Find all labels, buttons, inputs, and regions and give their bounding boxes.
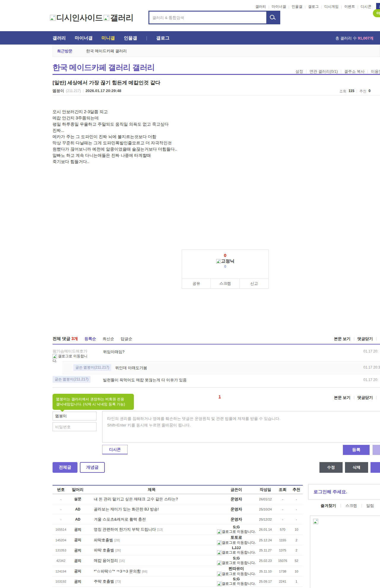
row-title[interactable]: 명칭 관련하여 한가지 부탁 드립니다[13] (86, 527, 217, 532)
row-date: 25/10/24 (256, 508, 275, 511)
row-title[interactable]: 파딱 호출벨[26] (86, 548, 217, 553)
row-title[interactable]: *"☆파딱☆"* ㅋ3ㅋ3 문의함[66] (86, 569, 217, 574)
row-title-text: 내 돈 관리 맡기고 싶은 재태크 고수 같은 스타는? (94, 497, 178, 501)
divider: | (340, 503, 341, 508)
table-row[interactable]: - 설문 내 돈 관리 맡기고 싶은 재태크 고수 같은 스타는? 운영자 26… (53, 494, 303, 504)
row-writer[interactable]: 찐따유미갤로그로 이동합니다. (217, 566, 256, 576)
night-mode-button[interactable]: 야간 모드 (373, 9, 380, 17)
comment-password-input[interactable] (53, 422, 96, 431)
search-button[interactable] (266, 12, 279, 23)
broken-image-icon (53, 354, 57, 359)
post-body-line: 원했다가 끊어보니까 예전에 알중이였을때 술끊는거보다 더힘들다.. (53, 146, 177, 152)
row-number: 165514 (53, 528, 69, 531)
recent-visit-bar: 최근방문 한국 메이드카페 갤러리 (53, 45, 380, 57)
search-bar (148, 11, 280, 24)
row-writer: 운영자 (217, 517, 256, 522)
table-row-partial[interactable]: S;G갤로그로 이동합니다. (53, 587, 303, 588)
topmenu-dccon[interactable]: 디시콘 (361, 4, 371, 9)
nav-gallery[interactable]: 갤러리 (53, 35, 66, 41)
tab-notifications[interactable]: 알림 (366, 503, 374, 508)
comment-nickname-input[interactable] (53, 412, 96, 421)
nav-minorgal[interactable]: 마이너갤 (75, 35, 93, 41)
comment-submit-button[interactable]: 등록 (343, 445, 370, 455)
row-comment-count: [26] (115, 549, 121, 552)
view-post-button[interactable]: 본문 보기 (334, 395, 351, 400)
col-title: 제목 (86, 487, 217, 492)
comments-footer-actions: 본문 보기 | 댓글닫기 | (334, 395, 377, 400)
delete-button[interactable]: 삭제 (345, 462, 368, 473)
topmenu-gallery[interactable]: 갤러리 (255, 4, 266, 9)
comment-submit-secondary-button[interactable]: 등록 (373, 445, 380, 455)
sort-newest[interactable]: 최신순 (103, 336, 114, 342)
comment-textarea[interactable]: 타인의 권리를 침해하거나 명예를 훼손하는 댓글은 운영원칙 및 관련 법률에… (102, 411, 380, 442)
settings-link[interactable]: 설정 (295, 69, 303, 74)
row-title[interactable]: 주딱 호출벨[73] (86, 579, 217, 584)
nav-persongal[interactable]: 인물갤 (124, 35, 137, 41)
search-input[interactable] (149, 12, 266, 23)
view-post-button[interactable]: 본문 보기 (334, 336, 351, 342)
table-row[interactable]: 131053 공지 파딱 호출벨[26] LJJJ갤로그로 이동합니다. 25.… (53, 545, 303, 556)
upvote-count[interactable]: 0 (182, 253, 268, 258)
recent-visit-gallery-link[interactable]: 한국 메이드카페 갤러리 (86, 48, 127, 54)
divider: | (376, 395, 377, 400)
divider (53, 95, 380, 95)
tab-favorites[interactable]: 즐겨찾기 (321, 503, 336, 508)
comment-writer-badge[interactable]: 글쓴 멢붕이(211.217) (53, 376, 91, 383)
all-posts-button[interactable]: 전체글 (53, 462, 77, 473)
row-votes: 2 (290, 538, 303, 542)
topmenu-minorgal[interactable]: 마이너갤 (272, 4, 286, 9)
write-button-clipped[interactable] (370, 462, 380, 473)
table-row[interactable]: - AD 골라보는 재미가 있는 화끈한 BJ 방송! 운영자 25/10/24… (53, 504, 303, 514)
topmenu-event[interactable]: 이벤트 (344, 4, 355, 9)
row-title[interactable]: 파딱호출벨[28] (86, 538, 217, 543)
topmenu-gallog[interactable]: 갤로그 (308, 4, 319, 9)
row-writer[interactable]: S;G갤로그로 이동합니다. (217, 556, 256, 565)
comments-page-1[interactable]: 1 (216, 394, 223, 399)
row-number: - (53, 508, 69, 511)
row-title[interactable]: 골라보는 재미가 있는 화끈한 BJ 방송! (86, 507, 217, 512)
row-title[interactable]: 겨울 스포츠&레저로 활력 충전 (86, 517, 217, 522)
table-row[interactable]: 165514 공지 명칭 관련하여 한가지 부탁 드립니다[13] S;G갤로그… (53, 524, 303, 535)
related-gallery-link[interactable]: 연관 갤러리(0/1) (309, 69, 338, 74)
table-row[interactable]: 145204 공지 파딱호출벨[28] 토토로갤로그로 이동합니다. 25.12… (53, 535, 303, 545)
nav-minigal-active[interactable]: 미니갤 (102, 35, 115, 41)
post-date: 2026.01.17 20:29:48 (86, 88, 121, 93)
report-button[interactable]: 신고 (240, 279, 268, 288)
row-writer[interactable]: 토토로갤로그로 이동합니다. (217, 535, 256, 545)
table-row[interactable]: - AD 겨울 스포츠&레저로 활력 충전 운영자 25/12/22 - - (53, 514, 303, 524)
table-row[interactable]: 124194 공지 *"☆파딱☆"* ㅋ3ㅋ3 문의함[66] 찐따유미갤로그로… (53, 566, 303, 576)
table-row[interactable]: 103192 공지 주딱 호출벨[73] S;G갤로그로 이동합니다. 25.0… (53, 576, 303, 587)
topmenu-persongal[interactable]: 인물갤 (292, 4, 302, 9)
row-number: 103192 (53, 580, 69, 583)
row-title[interactable]: 내 돈 관리 맡기고 싶은 재태크 고수 같은 스타는? (86, 497, 217, 502)
row-writer[interactable]: S;G갤로그로 이동합니다. (217, 577, 256, 586)
row-category: 공지 (69, 558, 86, 563)
comment-writer[interactable]: 왕가슴메이드애호가 (53, 349, 87, 354)
col-number: 번호 (53, 487, 69, 492)
row-number: 42342 (53, 559, 69, 562)
tab-scrap[interactable]: 스크랩 (345, 503, 357, 508)
copy-url-link[interactable]: 갤주소 복사 (344, 69, 365, 74)
post-writer-name[interactable]: 멢붕이 (53, 88, 64, 94)
row-writer[interactable]: S;G갤로그로 이동합니다. (217, 525, 256, 534)
topmenu-dcgame[interactable]: 디시게임 (324, 4, 339, 9)
close-comments-button[interactable]: 댓글닫기 (357, 395, 373, 400)
row-title[interactable]: 메캂 용어정리[16] (86, 558, 217, 563)
sort-replies[interactable]: 답글순 (121, 336, 132, 342)
table-row[interactable]: 42342 공지 메캂 용어정리[16] S;G갤로그로 이동합니다. 25.0… (53, 556, 303, 566)
comment-writer-badge[interactable]: 글쓴 멢붕이(211.217) (73, 364, 111, 371)
nav-gallog[interactable]: 갤로그 (156, 35, 170, 41)
share-button[interactable]: 공유 (182, 279, 210, 288)
scrap-button[interactable]: 스크랩 (210, 279, 239, 288)
sort-registered[interactable]: 등록순 (85, 336, 96, 342)
gallery-title[interactable]: 한국 메이드카페 갤러리 갤러리 (53, 62, 155, 73)
fixed-nick-count[interactable]: 0 (182, 265, 268, 268)
guide-link[interactable]: 이용안내 (371, 69, 380, 74)
comment-content: 뮈임아래임? (103, 349, 124, 355)
row-writer[interactable]: LJJJ갤로그로 이동합니다. (217, 546, 256, 555)
edit-button[interactable]: 수정 (319, 462, 343, 473)
site-logo[interactable]: 디시인사이드 갤러리 (50, 12, 133, 23)
concept-posts-button[interactable]: 개념글 (80, 462, 105, 473)
dccon-button[interactable]: 디시콘 (102, 445, 128, 454)
close-comments-button[interactable]: 댓글닫기 (357, 336, 373, 342)
